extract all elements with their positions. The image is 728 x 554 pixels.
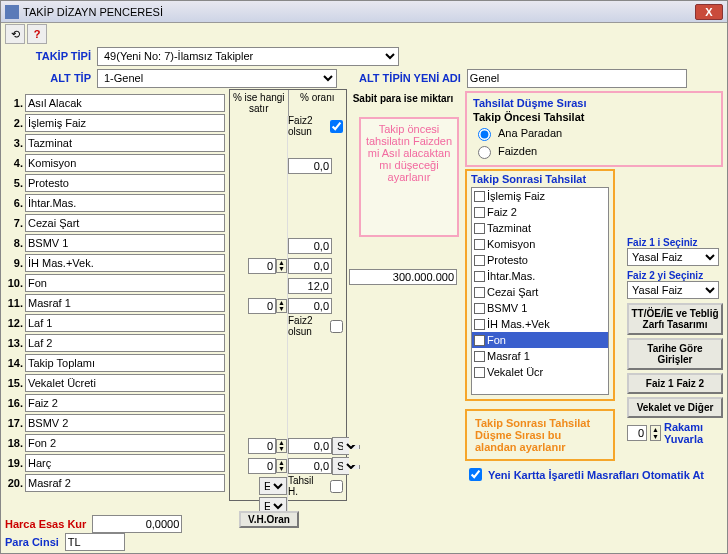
vekalet-diger-button[interactable]: Vekalet ve Diğer — [627, 397, 723, 418]
alt-tip-yeni-adi-input[interactable] — [467, 69, 687, 88]
dec-input[interactable] — [288, 258, 332, 274]
row-input[interactable] — [25, 394, 225, 412]
dec-input[interactable] — [288, 278, 332, 294]
list-item[interactable]: İşlemiş Faiz — [472, 188, 608, 204]
dec-input[interactable] — [288, 158, 332, 174]
spinner-icon[interactable]: ▲▼ — [276, 439, 287, 453]
tarihe-gore-button[interactable]: Tarihe Göre Girişler — [627, 338, 723, 370]
list-item[interactable]: Fon — [472, 332, 608, 348]
row-input[interactable] — [25, 434, 225, 452]
faiz1-faiz2-button[interactable]: Faiz 1 Faiz 2 — [627, 373, 723, 394]
list-item[interactable]: Tazminat — [472, 220, 608, 236]
checkbox-icon[interactable] — [474, 255, 485, 266]
sabit-input[interactable] — [349, 349, 457, 365]
checkbox-icon[interactable] — [474, 303, 485, 314]
checkbox-icon[interactable] — [474, 191, 485, 202]
list-item[interactable]: Protesto — [472, 252, 608, 268]
row-input[interactable] — [25, 274, 225, 292]
list-item[interactable]: BSMV 1 — [472, 300, 608, 316]
row-num: 12. — [5, 317, 23, 329]
checkbox-icon[interactable] — [474, 287, 485, 298]
spin-input[interactable] — [248, 298, 276, 314]
close-button[interactable]: X — [695, 4, 723, 20]
rakam-yuvarla-input[interactable] — [627, 425, 647, 441]
row-input[interactable] — [25, 94, 225, 112]
dec-input[interactable] — [288, 238, 332, 254]
help-button[interactable]: ? — [27, 24, 47, 44]
list-item[interactable]: Vekalet Ücr — [472, 364, 608, 380]
vh-oran-button[interactable]: V.H.Oran — [239, 511, 299, 528]
list-item[interactable]: Cezai Şart — [472, 284, 608, 300]
harca-esas-input[interactable] — [92, 515, 182, 533]
sabit-input[interactable] — [349, 329, 457, 345]
para-cinsi-input[interactable] — [65, 533, 125, 551]
checkbox-icon[interactable] — [474, 351, 485, 362]
sabit-input[interactable] — [349, 389, 457, 405]
sabit-input[interactable] — [349, 429, 457, 445]
faiz2-checkbox[interactable] — [330, 120, 343, 133]
row-input[interactable] — [25, 454, 225, 472]
row-input[interactable] — [25, 354, 225, 372]
checkbox-icon[interactable] — [474, 319, 485, 330]
checkbox-icon[interactable] — [474, 367, 485, 378]
sabit-input[interactable] — [349, 269, 457, 285]
list-item[interactable]: Faiz 2 — [472, 204, 608, 220]
dec-input[interactable] — [288, 298, 332, 314]
row-input[interactable] — [25, 134, 225, 152]
row-input[interactable] — [25, 474, 225, 492]
checkbox-icon[interactable] — [474, 207, 485, 218]
content: 1.2.3.4.5.6.7.8.9.10.11.12.13.14.15.16.1… — [1, 89, 727, 554]
sabit-input[interactable] — [349, 289, 457, 305]
row-input[interactable] — [25, 374, 225, 392]
row-input[interactable] — [25, 334, 225, 352]
spin-input[interactable] — [248, 258, 276, 274]
e-select[interactable]: E — [259, 477, 287, 495]
spinner-icon[interactable]: ▲▼ — [276, 299, 287, 313]
tahsil-checkbox[interactable] — [330, 480, 343, 493]
takip-tipi-select[interactable]: 49(Yeni No: 7)-İlamsız Takipler — [97, 47, 399, 66]
list-item-label: Vekalet Ücr — [487, 366, 606, 378]
sabit-input[interactable] — [349, 489, 457, 505]
spinner-icon[interactable]: ▲▼ — [276, 459, 287, 473]
row-input[interactable] — [25, 254, 225, 272]
faizden-radio[interactable] — [478, 146, 491, 159]
checkbox-icon[interactable] — [474, 271, 485, 282]
row-input[interactable] — [25, 114, 225, 132]
row-input[interactable] — [25, 194, 225, 212]
checkbox-icon[interactable] — [474, 223, 485, 234]
faiz1-select[interactable]: Yasal Faiz — [627, 248, 719, 266]
dec-input[interactable] — [288, 438, 332, 454]
refresh-button[interactable]: ⟲ — [5, 24, 25, 44]
row-input[interactable] — [25, 414, 225, 432]
row-input[interactable] — [25, 214, 225, 232]
ana-paradan-radio[interactable] — [478, 128, 491, 141]
spin-input[interactable] — [248, 438, 276, 454]
row-input[interactable] — [25, 234, 225, 252]
tt-oe-ie-button[interactable]: TT/ÖE/İE ve Tebliğ Zarfı Tasarımı — [627, 303, 723, 335]
row-input[interactable] — [25, 154, 225, 172]
yeni-kartta-checkbox[interactable] — [469, 468, 482, 481]
list-item[interactable]: İH Mas.+Vek — [472, 316, 608, 332]
row-input[interactable] — [25, 294, 225, 312]
sabit-input[interactable] — [349, 309, 457, 325]
spin-input[interactable] — [248, 458, 276, 474]
list-item[interactable]: Komisyon — [472, 236, 608, 252]
sabit-input[interactable] — [349, 449, 457, 465]
spinner-icon[interactable]: ▲▼ — [276, 259, 287, 273]
faiz2-checkbox[interactable] — [330, 320, 343, 333]
checkbox-icon[interactable] — [474, 239, 485, 250]
takip-sonrasi-list[interactable]: İşlemiş FaizFaiz 2TazminatKomisyonProtes… — [471, 187, 609, 395]
sabit-input[interactable] — [349, 409, 457, 425]
row-input[interactable] — [25, 174, 225, 192]
dec-input[interactable] — [288, 458, 332, 474]
faiz2-select[interactable]: Yasal Faiz — [627, 281, 719, 299]
sabit-input[interactable] — [349, 469, 457, 485]
rakam-spinner[interactable]: ▲▼ — [650, 425, 661, 441]
sabit-input[interactable] — [349, 369, 457, 385]
sabit-input[interactable] — [349, 249, 457, 265]
alt-tip-select[interactable]: 1-Genel — [97, 69, 337, 88]
row-input[interactable] — [25, 314, 225, 332]
list-item[interactable]: İhtar.Mas. — [472, 268, 608, 284]
list-item[interactable]: Masraf 1 — [472, 348, 608, 364]
checkbox-icon[interactable] — [474, 335, 485, 346]
